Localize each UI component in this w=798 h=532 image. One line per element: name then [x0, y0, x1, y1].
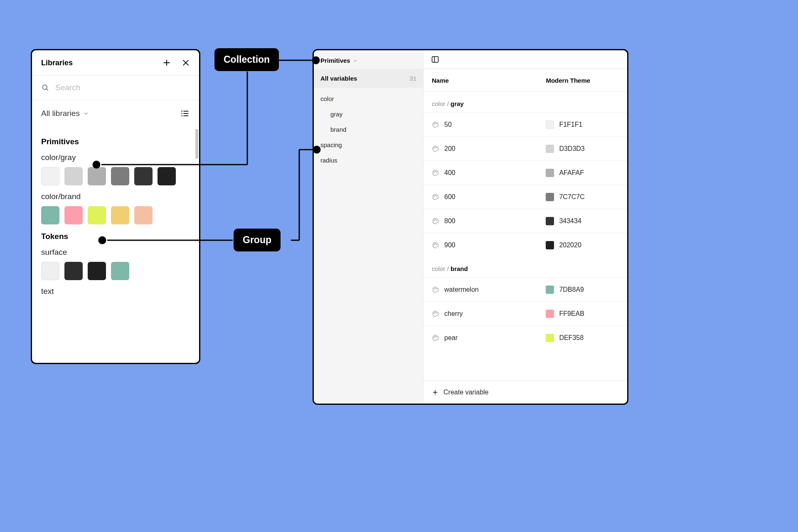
tree-node[interactable]: radius	[314, 153, 423, 168]
color-swatch[interactable]	[111, 206, 129, 224]
variables-tree: colorgraybrandspacingradius	[314, 88, 423, 171]
library-section-title: Tokens	[41, 232, 190, 241]
tree-node[interactable]: spacing	[314, 137, 423, 153]
color-swatch[interactable]	[64, 167, 83, 185]
svg-point-4	[42, 85, 47, 89]
sidebar-icon	[431, 55, 439, 64]
callout-group: Group	[234, 229, 281, 251]
svg-line-5	[47, 89, 48, 91]
variable-group-header: color / brand	[424, 257, 627, 277]
color-chip	[546, 310, 554, 318]
variable-row[interactable]: 400AFAFAF	[424, 160, 627, 185]
all-variables-label: All variables	[320, 75, 357, 82]
color-variable-icon	[432, 241, 439, 249]
svg-point-32	[434, 288, 435, 289]
library-group-title: color/brand	[41, 192, 190, 201]
tree-node-child[interactable]: brand	[314, 122, 423, 137]
variable-row[interactable]: 900202020	[424, 233, 627, 257]
color-hex-label: DEF358	[559, 334, 584, 342]
color-variable-icon	[432, 310, 439, 318]
list-view-toggle[interactable]	[180, 108, 190, 118]
color-swatch[interactable]	[64, 262, 83, 280]
svg-point-23	[434, 196, 435, 197]
variable-name-cell: cherry	[424, 310, 537, 318]
color-hex-label: D3D3D3	[559, 145, 584, 153]
chevron-down-icon	[83, 111, 89, 116]
collection-name: Primitives	[320, 57, 350, 64]
color-swatch[interactable]	[88, 262, 106, 280]
color-variable-icon	[432, 334, 439, 342]
all-variables-count: 31	[409, 75, 416, 82]
svg-rect-12	[432, 57, 438, 62]
all-variables-row[interactable]: All variables 31	[314, 69, 423, 88]
library-group-title: surface	[41, 248, 190, 257]
svg-point-36	[435, 312, 436, 313]
search-icon	[41, 84, 49, 92]
collection-select[interactable]: Primitives	[314, 52, 423, 69]
color-swatch[interactable]	[88, 206, 106, 224]
variable-value-cell: F1F1F1	[537, 121, 627, 129]
variable-name: 600	[444, 193, 456, 201]
plus-icon	[162, 58, 171, 67]
variable-name-cell: watermelon	[424, 286, 537, 293]
swatch-row	[41, 167, 190, 185]
list-icon	[180, 109, 190, 118]
libraries-header-actions	[162, 58, 191, 68]
create-variable-button[interactable]: Create variable	[424, 380, 627, 404]
svg-point-38	[434, 337, 435, 337]
variable-row[interactable]: pearDEF358	[424, 325, 627, 350]
color-hex-label: 7C7C7C	[559, 193, 584, 201]
color-swatch[interactable]	[111, 167, 129, 185]
variable-group-path: color /	[432, 265, 451, 272]
color-variable-icon	[432, 286, 439, 293]
svg-point-27	[435, 219, 436, 220]
libraries-filter-select[interactable]: All libraries	[41, 109, 89, 118]
libraries-filter-row: All libraries	[32, 100, 199, 127]
plus-icon	[432, 389, 438, 396]
color-swatch[interactable]	[134, 206, 153, 224]
variable-name: 50	[444, 121, 452, 128]
scrollbar-thumb[interactable]	[195, 129, 198, 159]
color-chip	[546, 169, 554, 177]
color-chip	[546, 241, 554, 249]
variable-value-cell: 202020	[537, 241, 627, 249]
svg-point-20	[434, 172, 435, 172]
variable-row[interactable]: 200D3D3D3	[424, 136, 627, 160]
color-swatch[interactable]	[41, 206, 59, 224]
color-hex-label: 202020	[559, 241, 581, 249]
color-variable-icon	[432, 193, 439, 201]
svg-point-19	[436, 148, 437, 148]
variable-name-cell: 900	[424, 241, 537, 249]
variable-row[interactable]: cherryFF9EAB	[424, 301, 627, 325]
tree-node[interactable]: color	[314, 91, 423, 106]
color-swatch[interactable]	[111, 262, 129, 280]
toggle-sidebar-button[interactable]	[430, 54, 440, 64]
color-swatch[interactable]	[134, 167, 153, 185]
variable-name-cell: 200	[424, 145, 537, 153]
color-variable-icon	[432, 169, 439, 177]
libraries-search-input[interactable]	[55, 83, 190, 92]
tree-node-child[interactable]: gray	[314, 106, 423, 122]
svg-point-31	[436, 244, 437, 245]
color-swatch[interactable]	[41, 167, 59, 185]
swatch-row	[41, 206, 190, 224]
variable-row[interactable]: 800343434	[424, 209, 627, 233]
color-swatch[interactable]	[64, 206, 83, 224]
library-group-title: text	[41, 287, 190, 296]
color-swatch[interactable]	[88, 167, 106, 185]
svg-point-37	[436, 313, 437, 313]
variable-row[interactable]: 6007C7C7C	[424, 185, 627, 209]
variable-row[interactable]: 50F1F1F1	[424, 112, 627, 136]
variable-value-cell: DEF358	[537, 334, 627, 342]
variable-value-cell: D3D3D3	[537, 145, 627, 153]
variable-name: cherry	[444, 310, 463, 318]
variable-name-cell: pear	[424, 334, 537, 342]
color-swatch[interactable]	[41, 262, 59, 280]
variable-value-cell: 343434	[537, 217, 627, 225]
variables-main: Name Modern Theme color / gray50F1F1F120…	[424, 50, 627, 404]
variable-row[interactable]: watermelon7DB8A9	[424, 277, 627, 301]
svg-point-28	[436, 220, 437, 221]
add-library-button[interactable]	[162, 58, 172, 68]
close-libraries-button[interactable]	[181, 58, 191, 68]
color-swatch[interactable]	[158, 167, 176, 185]
